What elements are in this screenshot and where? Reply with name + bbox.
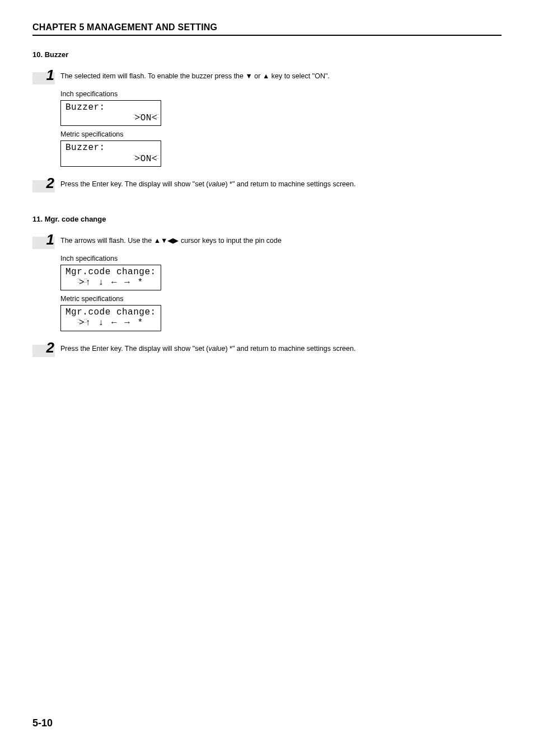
lcd-line1: Buzzer: bbox=[65, 143, 157, 153]
step-11-1: 1 The arrows will flash. Use the ▲▼◀▶ cu… bbox=[32, 236, 502, 249]
lcd-line2: >↑ ↓ ← → * bbox=[65, 318, 157, 328]
text-fragment: Press the Enter key. The display will sh… bbox=[60, 180, 209, 188]
section-heading-buzzer: 10. Buzzer bbox=[32, 50, 502, 59]
lcd-display-mgr-metric: Mgr.code change: >↑ ↓ ← → * bbox=[60, 305, 161, 331]
step-number: 2 bbox=[46, 339, 54, 356]
italic-value: value bbox=[209, 345, 226, 353]
blink-indicator-icon: > bbox=[135, 154, 140, 165]
step-number-box: 1 bbox=[32, 237, 55, 249]
blink-indicator-icon: < bbox=[152, 154, 157, 165]
step-11-2: 2 Press the Enter key. The display will … bbox=[32, 344, 502, 357]
italic-value: value bbox=[209, 180, 226, 188]
lcd-line2: >↑ ↓ ← → * bbox=[65, 278, 157, 288]
step-10-2: 2 Press the Enter key. The display will … bbox=[32, 179, 502, 192]
blink-indicator-icon: > bbox=[79, 278, 86, 288]
metric-spec-label: Metric specifications bbox=[60, 130, 502, 138]
page-number: 5-10 bbox=[32, 717, 53, 729]
lcd-display-buzzer-inch: Buzzer: >ON< bbox=[60, 100, 161, 126]
step-number-box: 2 bbox=[32, 180, 55, 192]
text-fragment: or bbox=[252, 72, 263, 80]
lcd-line2: >ON< bbox=[65, 154, 157, 165]
step-number-box: 1 bbox=[32, 72, 55, 84]
step-number-box: 2 bbox=[32, 345, 55, 357]
blink-indicator-icon: < bbox=[152, 113, 157, 124]
chapter-title: CHAPTER 5 MANAGEMENT AND SETTING bbox=[32, 22, 502, 36]
lcd-arrows: ↑ ↓ ← → * bbox=[86, 278, 144, 288]
lcd-line1: Mgr.code change: bbox=[65, 307, 157, 318]
text-fragment: cursor keys to input the pin code bbox=[179, 237, 281, 245]
step-number: 1 bbox=[46, 231, 54, 248]
step-text: Press the Enter key. The display will sh… bbox=[60, 179, 355, 190]
lcd-line1: Buzzer: bbox=[65, 102, 157, 113]
text-fragment: Press the Enter key. The display will sh… bbox=[60, 345, 209, 353]
step-number: 2 bbox=[46, 175, 54, 192]
step-10-1: 1 The selected item will flash. To enabl… bbox=[32, 71, 502, 84]
step-number: 1 bbox=[46, 67, 54, 84]
inch-spec-label: Inch specifications bbox=[60, 90, 502, 98]
step-text: The arrows will flash. Use the ▲▼◀▶ curs… bbox=[60, 236, 282, 246]
lcd-display-mgr-inch: Mgr.code change: >↑ ↓ ← → * bbox=[60, 265, 161, 290]
text-fragment: ) *" and return to machine settings scre… bbox=[225, 180, 355, 188]
lcd-line2: >ON< bbox=[65, 113, 157, 124]
step-text: Press the Enter key. The display will sh… bbox=[60, 344, 355, 354]
inch-spec-label: Inch specifications bbox=[60, 255, 502, 262]
blink-indicator-icon: > bbox=[79, 318, 86, 328]
down-triangle-icon: ▼ bbox=[246, 72, 252, 80]
lcd-arrows: ↑ ↓ ← → * bbox=[86, 318, 144, 328]
cursor-keys-icon: ▲▼◀▶ bbox=[154, 237, 179, 245]
text-fragment: ) *" and return to machine settings scre… bbox=[225, 345, 355, 353]
document-page: CHAPTER 5 MANAGEMENT AND SETTING 10. Buz… bbox=[0, 0, 534, 756]
metric-spec-label: Metric specifications bbox=[60, 295, 502, 303]
text-fragment: key to select "ON". bbox=[269, 72, 330, 80]
lcd-line1: Mgr.code change: bbox=[65, 267, 157, 278]
section-heading-mgr-code: 11. Mgr. code change bbox=[32, 215, 502, 223]
blink-indicator-icon: > bbox=[135, 113, 140, 124]
up-triangle-icon: ▲ bbox=[263, 72, 269, 80]
text-fragment: The arrows will flash. Use the bbox=[60, 237, 154, 245]
step-text: The selected item will flash. To enable … bbox=[60, 71, 330, 82]
text-fragment: The selected item will flash. To enable … bbox=[60, 72, 246, 80]
lcd-display-buzzer-metric: Buzzer: >ON< bbox=[60, 140, 161, 166]
